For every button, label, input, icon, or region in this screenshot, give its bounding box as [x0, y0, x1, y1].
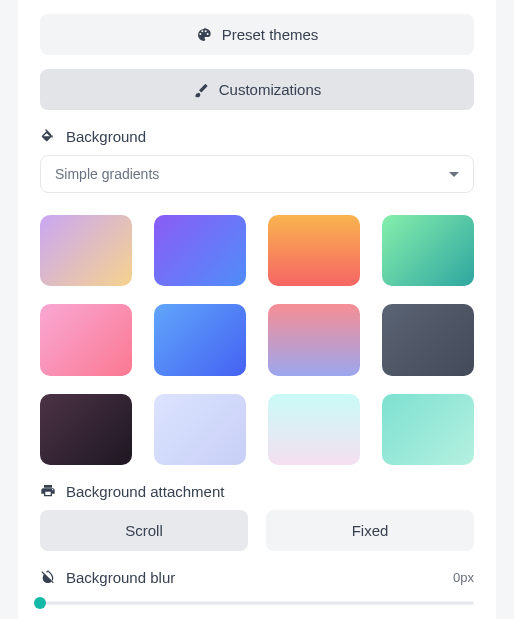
blur-section-header: Background blur 0px — [40, 569, 474, 586]
customizations-label: Customizations — [219, 81, 322, 98]
customization-panel: Preset themes Customizations Background … — [18, 0, 496, 619]
attachment-label: Background attachment — [66, 483, 224, 500]
gradient-swatch-slate-dark[interactable] — [382, 304, 474, 375]
blur-value: 0px — [453, 570, 474, 585]
preset-themes-label: Preset themes — [222, 26, 319, 43]
gradient-swatch-pink-to-coral[interactable] — [40, 304, 132, 375]
attachment-scroll-button[interactable]: Scroll — [40, 510, 248, 551]
slider-thumb[interactable] — [34, 597, 46, 609]
gradient-swatch-blue-to-indigo[interactable] — [154, 304, 246, 375]
gradient-swatch-pale-lavender[interactable] — [154, 394, 246, 465]
gradient-swatch-mint-to-teal[interactable] — [382, 215, 474, 286]
customizations-tab[interactable]: Customizations — [40, 69, 474, 110]
brush-icon — [193, 82, 209, 98]
gradient-swatch-dark-plum[interactable] — [40, 394, 132, 465]
gradient-swatch-rose-to-lavender[interactable] — [268, 304, 360, 375]
preset-themes-tab[interactable]: Preset themes — [40, 14, 474, 55]
bucket-icon — [40, 129, 56, 145]
gradient-swatch-violet-to-blue[interactable] — [154, 215, 246, 286]
blur-slider[interactable] — [40, 596, 474, 610]
background-section-header: Background — [40, 128, 474, 145]
palette-icon — [196, 27, 212, 43]
gradient-swatch-orange-to-red[interactable] — [268, 215, 360, 286]
gradient-swatch-aqua-to-seafoam[interactable] — [382, 394, 474, 465]
chevron-down-icon — [449, 172, 459, 177]
printer-icon — [40, 483, 56, 499]
slider-track — [40, 601, 474, 604]
gradient-swatch-pale-mint-pink[interactable] — [268, 394, 360, 465]
blur-label: Background blur — [66, 569, 175, 586]
attachment-segmented: Scroll Fixed — [40, 510, 474, 551]
attachment-fixed-button[interactable]: Fixed — [266, 510, 474, 551]
gradient-swatch-grid — [40, 215, 474, 465]
attachment-section-header: Background attachment — [40, 483, 474, 500]
gradient-swatch-pink-to-peach[interactable] — [40, 215, 132, 286]
blur-off-icon — [40, 569, 56, 585]
background-type-select[interactable]: Simple gradients — [40, 155, 474, 193]
background-label: Background — [66, 128, 146, 145]
background-type-value: Simple gradients — [55, 166, 159, 182]
